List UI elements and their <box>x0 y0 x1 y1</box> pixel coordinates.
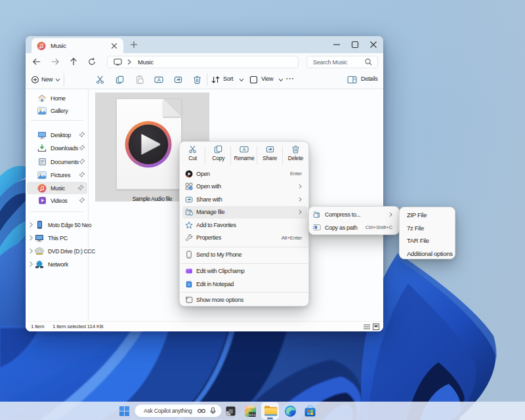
svg-text:MAS: MAS <box>249 412 257 416</box>
svg-text:A: A <box>243 146 246 152</box>
svg-text:A: A <box>158 77 161 83</box>
